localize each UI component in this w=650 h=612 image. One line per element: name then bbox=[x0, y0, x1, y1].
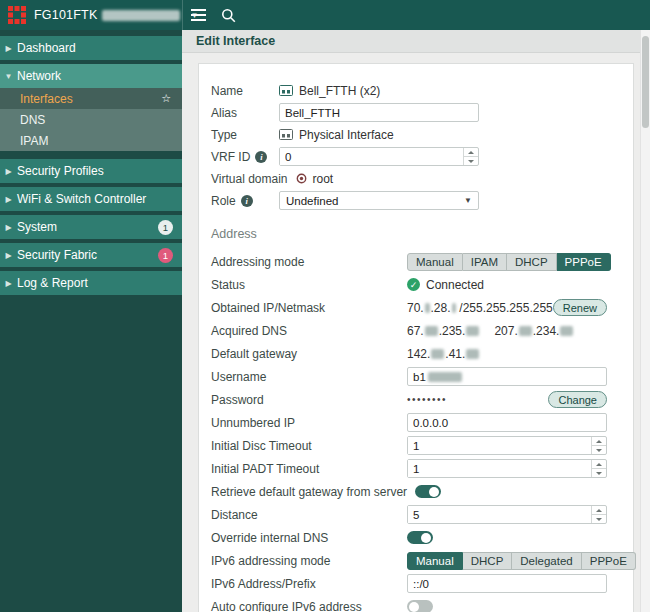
status-value: Connected bbox=[426, 278, 484, 292]
sidebar-item-dashboard[interactable]: ▶ Dashboard bbox=[0, 36, 182, 60]
username-value: b1 bbox=[413, 371, 426, 383]
address-section-title: Address bbox=[211, 227, 621, 241]
menu-button[interactable] bbox=[183, 0, 213, 30]
sidebar-subitem-label: IPAM bbox=[20, 134, 48, 148]
ipv6-address-label: IPv6 Address/Prefix bbox=[211, 577, 316, 591]
number-spinner[interactable] bbox=[463, 148, 478, 165]
info-icon[interactable]: i bbox=[255, 151, 267, 163]
sidebar-item-label: WiFi & Switch Controller bbox=[17, 192, 146, 206]
status-label: Status bbox=[211, 278, 245, 292]
scrollbar-thumb[interactable] bbox=[642, 36, 649, 128]
obtained-netmask: /255.255.255.255 bbox=[459, 301, 552, 315]
addressing-mode-ipam[interactable]: IPAM bbox=[463, 253, 507, 271]
addressing-mode-manual[interactable]: Manual bbox=[407, 253, 463, 271]
vdom-icon bbox=[296, 173, 307, 184]
info-icon[interactable]: i bbox=[241, 195, 253, 207]
retrieve-gateway-row: Retrieve default gateway from server bbox=[211, 481, 621, 502]
distance-input[interactable] bbox=[407, 505, 607, 524]
number-spinner[interactable] bbox=[591, 506, 606, 523]
username-input[interactable]: b1 bbox=[407, 367, 607, 386]
sidebar-subitem-dns[interactable]: DNS bbox=[0, 109, 182, 130]
ipv6-mode-label: IPv6 addressing mode bbox=[211, 554, 330, 568]
number-spinner[interactable] bbox=[591, 460, 606, 477]
type-label: Type bbox=[211, 128, 237, 142]
sidebar-item-label: System bbox=[17, 220, 57, 234]
sidebar-subitem-label: DNS bbox=[20, 113, 45, 127]
vrf-row: VRF ID i bbox=[211, 146, 621, 167]
ipv6-mode-pppoe[interactable]: PPPoE bbox=[582, 552, 636, 570]
addressing-mode-label: Addressing mode bbox=[211, 255, 304, 269]
spinner-up-icon[interactable] bbox=[592, 460, 606, 468]
retrieve-gateway-toggle[interactable] bbox=[415, 485, 441, 498]
spinner-down-icon[interactable] bbox=[464, 156, 478, 165]
chevron-right-icon: ▶ bbox=[0, 279, 17, 288]
unnumbered-ip-row: Unnumbered IP bbox=[211, 412, 621, 433]
ipv6-mode-delegated[interactable]: Delegated bbox=[512, 552, 581, 570]
redacted-octet bbox=[466, 326, 479, 336]
override-dns-toggle[interactable] bbox=[407, 531, 433, 544]
spinner-up-icon[interactable] bbox=[592, 506, 606, 514]
top-bar: FG101FTK ▼ bbox=[0, 0, 650, 30]
redacted-octet bbox=[466, 349, 479, 359]
addressing-mode-segmented: Manual IPAM DHCP PPPoE bbox=[407, 253, 611, 271]
redacted-octet bbox=[425, 326, 438, 336]
sidebar-item-wifi-switch-controller[interactable]: ▶ WiFi & Switch Controller bbox=[0, 187, 182, 211]
edit-interface-form: Name Bell_FTTH (x2) Alias Type Physical … bbox=[198, 63, 634, 612]
acquired-dns-label: Acquired DNS bbox=[211, 324, 287, 338]
spinner-down-icon[interactable] bbox=[592, 514, 606, 523]
vrf-input[interactable] bbox=[279, 147, 479, 166]
vertical-scrollbar[interactable] bbox=[640, 30, 650, 612]
change-password-button[interactable]: Change bbox=[548, 391, 607, 408]
sidebar-subitem-ipam[interactable]: IPAM bbox=[0, 130, 182, 151]
initial-disc-timeout-row: Initial Disc Timeout bbox=[211, 435, 621, 456]
renew-button[interactable]: Renew bbox=[553, 299, 607, 316]
role-select[interactable]: Undefined ▼ bbox=[279, 191, 479, 210]
override-dns-row: Override internal DNS bbox=[211, 527, 621, 548]
spinner-up-icon[interactable] bbox=[592, 437, 606, 445]
retrieve-gateway-label: Retrieve default gateway from server bbox=[211, 485, 407, 499]
addressing-mode-pppoe[interactable]: PPPoE bbox=[557, 253, 611, 271]
addressing-mode-dhcp[interactable]: DHCP bbox=[507, 253, 557, 271]
favorite-star-icon[interactable]: ☆ bbox=[161, 92, 171, 105]
unnumbered-ip-input[interactable] bbox=[407, 413, 607, 432]
type-value: Physical Interface bbox=[299, 128, 394, 142]
name-row: Name Bell_FTTH (x2) bbox=[211, 80, 621, 101]
sidebar-subitem-label: Interfaces bbox=[20, 92, 73, 106]
alias-input[interactable] bbox=[279, 103, 479, 122]
search-button[interactable] bbox=[213, 0, 243, 30]
sidebar-item-system[interactable]: ▶ System 1 bbox=[0, 215, 182, 239]
spinner-up-icon[interactable] bbox=[464, 148, 478, 156]
sidebar-item-label: Log & Report bbox=[17, 276, 88, 290]
username-label: Username bbox=[211, 370, 266, 384]
initial-disc-timeout-input[interactable] bbox=[407, 436, 607, 455]
notification-badge: 1 bbox=[158, 220, 173, 235]
auto-ipv6-toggle[interactable] bbox=[407, 600, 433, 612]
virtual-domain-row: Virtual domain root bbox=[211, 168, 621, 189]
name-label: Name bbox=[211, 84, 243, 98]
spinner-down-icon[interactable] bbox=[592, 445, 606, 454]
chevron-right-icon: ▶ bbox=[0, 251, 17, 260]
page-title: Edit Interface bbox=[182, 30, 650, 53]
device-selector[interactable]: FG101FTK ▼ bbox=[34, 8, 198, 22]
initial-disc-timeout-number-input[interactable] bbox=[408, 437, 591, 454]
ipv6-mode-manual[interactable]: Manual bbox=[407, 552, 463, 570]
initial-padt-timeout-number-input[interactable] bbox=[408, 460, 591, 477]
vrf-number-input[interactable] bbox=[280, 148, 463, 165]
ipv6-mode-dhcp[interactable]: DHCP bbox=[463, 552, 513, 570]
sidebar-item-log-report[interactable]: ▶ Log & Report bbox=[0, 271, 182, 295]
unnumbered-ip-label: Unnumbered IP bbox=[211, 416, 295, 430]
redacted-octet bbox=[519, 326, 532, 336]
number-spinner[interactable] bbox=[591, 437, 606, 454]
ipv6-address-input[interactable] bbox=[407, 574, 607, 593]
sidebar-subitem-interfaces[interactable]: Interfaces ☆ bbox=[0, 88, 182, 109]
distance-number-input[interactable] bbox=[408, 506, 591, 523]
obtained-ip-label: Obtained IP/Netmask bbox=[211, 301, 325, 315]
sidebar-item-security-fabric[interactable]: ▶ Security Fabric 1 bbox=[0, 243, 182, 267]
dns2-part: 207. bbox=[494, 324, 517, 338]
spinner-down-icon[interactable] bbox=[592, 468, 606, 477]
sidebar-item-network[interactable]: ▼ Network bbox=[0, 64, 182, 88]
sidebar-item-security-profiles[interactable]: ▶ Security Profiles bbox=[0, 159, 182, 183]
initial-padt-timeout-input[interactable] bbox=[407, 459, 607, 478]
device-name: FG101FTK bbox=[34, 8, 97, 22]
role-row: Role i Undefined ▼ bbox=[211, 190, 621, 211]
